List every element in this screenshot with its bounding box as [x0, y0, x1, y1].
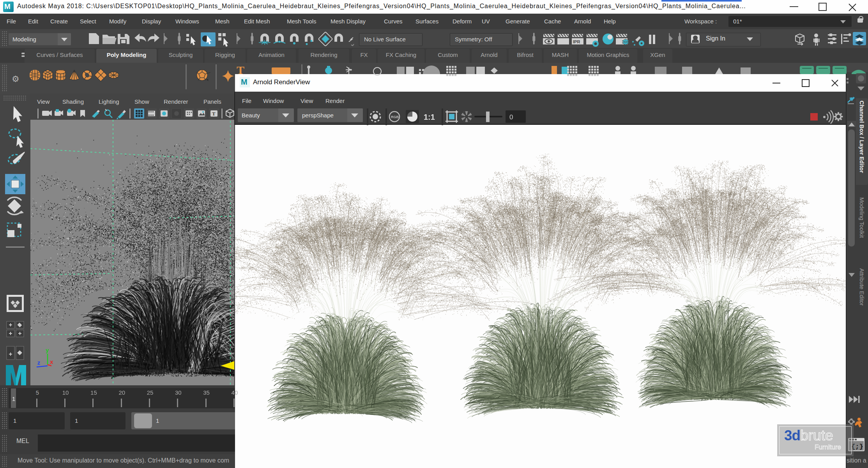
svg-text:1:1: 1:1 — [424, 113, 435, 121]
svg-text:IPR: IPR — [573, 39, 580, 44]
svg-text:RGB: RGB — [391, 115, 399, 119]
svg-text:T: T — [237, 64, 244, 76]
svg-text:T: T — [212, 111, 216, 117]
svg-text:0: 0 — [509, 113, 513, 121]
